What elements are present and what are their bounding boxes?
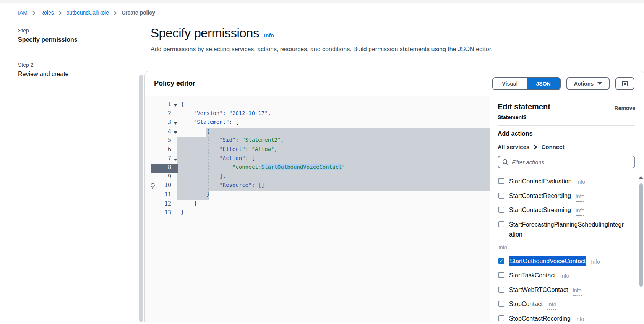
- line-number: 5: [145, 137, 171, 144]
- action-info-link[interactable]: Info: [576, 206, 584, 216]
- action-info-link[interactable]: Info: [498, 245, 507, 251]
- service-path-all-services[interactable]: All services: [498, 144, 529, 150]
- line-number: 9: [145, 173, 171, 180]
- action-label[interactable]: StartTaskContact: [509, 271, 556, 280]
- chevron-right-icon: [58, 11, 62, 15]
- service-path-current: Connect: [541, 144, 564, 150]
- toggle-side-panel-button[interactable]: [615, 77, 634, 90]
- action-row-startoutboundvoicecontact: StartOutboundVoiceContactInfo: [490, 256, 638, 271]
- action-info-link[interactable]: Info: [591, 257, 600, 267]
- code-line-1: {: [181, 101, 490, 110]
- policy-editor-title: Policy editor: [154, 79, 195, 87]
- fold-arrow-icon[interactable]: [174, 104, 177, 107]
- action-label[interactable]: StopContact: [509, 299, 543, 309]
- gutter-line-12: 12: [145, 200, 178, 209]
- step-label[interactable]: Specify permissions: [18, 36, 140, 43]
- step-label[interactable]: Review and create: [18, 71, 140, 78]
- json-editor[interactable]: 12345678910 111213 { "Version": "2012-10…: [145, 96, 490, 322]
- action-info-link[interactable]: Info: [547, 300, 556, 310]
- tab-visual[interactable]: Visual: [493, 78, 527, 89]
- policy-editor-card: Policy editor VisualJSON Actions 1234567…: [144, 71, 644, 322]
- checkbox-startoutboundvoicecontact[interactable]: [498, 258, 504, 264]
- tab-json[interactable]: JSON: [527, 78, 560, 89]
- actions-dropdown-label: Actions: [574, 81, 594, 87]
- action-row-starttaskcontact: StartTaskContactInfo: [490, 271, 638, 285]
- gutter-line-7: 7: [145, 155, 178, 164]
- filter-actions-input[interactable]: [512, 159, 631, 165]
- steps-nav: Step 1 Specify permissionsStep 2 Review …: [18, 27, 140, 78]
- code-line-8: "connect:StartOutboundVoiceContact": [181, 164, 490, 173]
- line-number: 3: [145, 119, 171, 126]
- gutter-line-3: 3: [145, 119, 178, 128]
- action-info-link[interactable]: Info: [575, 314, 584, 322]
- filter-actions-field: [498, 156, 635, 168]
- action-label[interactable]: StopContactRecording: [509, 314, 571, 322]
- code-line-9: ],: [181, 173, 490, 182]
- gutter-line-8: 8: [145, 164, 178, 173]
- scroll-up-arrow-icon[interactable]: [639, 176, 643, 179]
- breadcrumb-item-iam[interactable]: IAM: [18, 10, 28, 16]
- checkbox-starttaskcontact[interactable]: [498, 272, 504, 278]
- search-icon: [502, 159, 509, 165]
- action-row-startcontactevaluation: StartContactEvaluationInfo: [490, 177, 638, 191]
- fold-arrow-icon[interactable]: [174, 122, 177, 125]
- actions-list-scrollbar[interactable]: [638, 176, 644, 320]
- selected-token: StartOutboundVoiceContact: [261, 164, 342, 170]
- divider: [498, 125, 635, 126]
- line-number: 10: [145, 182, 171, 189]
- actions-list: StartContactEvaluationInfoStartContactRe…: [490, 174, 638, 322]
- editor-code: { "Version": "2012-10-17", "Statement": …: [181, 101, 490, 218]
- scrollbar-thumb[interactable]: [639, 183, 643, 287]
- chevron-right-icon: [533, 144, 537, 150]
- panel-toggle-icon: [622, 81, 628, 86]
- step-item-review-and-create: Step 2 Review and create: [18, 62, 140, 78]
- code-line-13: }: [181, 209, 490, 218]
- page-description: Add permissions by selecting services, a…: [151, 46, 629, 53]
- action-label[interactable]: StartForecastingPlanningSchedulingIntegr…: [509, 220, 627, 240]
- action-label[interactable]: StartContactStreaming: [509, 205, 571, 215]
- line-number: 1: [145, 101, 171, 108]
- breadcrumb-item-create-policy: Create policy: [122, 10, 155, 16]
- checkbox-startcontactevaluation[interactable]: [498, 178, 504, 184]
- line-number: 6: [145, 146, 171, 153]
- step-item-specify-permissions: Step 1 Specify permissions: [18, 28, 140, 43]
- page-title-info-link[interactable]: Info: [264, 32, 274, 39]
- checkbox-startwebrtccontact[interactable]: [498, 287, 504, 293]
- action-label[interactable]: StartContactEvaluation: [509, 177, 572, 186]
- action-label[interactable]: StartContactRecording: [509, 191, 571, 201]
- gutter-line-2: 2: [145, 110, 178, 119]
- fold-arrow-icon[interactable]: [174, 131, 177, 134]
- gutter-line-10: 10: [145, 182, 178, 191]
- actions-dropdown-button[interactable]: Actions: [566, 77, 610, 90]
- fold-arrow-icon[interactable]: [174, 159, 177, 161]
- code-line-7: "Action": [: [181, 155, 490, 164]
- breadcrumb-item-roles[interactable]: Roles: [40, 10, 54, 16]
- add-actions-heading: Add actions: [498, 130, 533, 137]
- gutter-line-13: 13: [145, 209, 178, 218]
- action-info-link[interactable]: Info: [576, 177, 585, 187]
- action-info-link[interactable]: Info: [560, 271, 569, 281]
- line-number: 12: [145, 200, 171, 207]
- action-info-block-startforecastingplanningschedulingintegration: Info: [490, 240, 638, 256]
- action-row-stopcontact: StopContactInfo: [490, 299, 638, 314]
- checkbox-startforecastingplanningschedulingintegration[interactable]: [498, 221, 504, 227]
- action-info-link[interactable]: Info: [573, 285, 581, 296]
- gutter-line-6: 6: [145, 146, 178, 155]
- action-label[interactable]: StartOutboundVoiceContact: [509, 256, 586, 266]
- code-line-12: ]: [181, 200, 490, 209]
- action-label[interactable]: StartWebRTCContact: [509, 285, 568, 295]
- content-scrollbar-thumb[interactable]: [139, 75, 143, 322]
- remove-statement-button[interactable]: Remove: [615, 105, 635, 111]
- action-info-link[interactable]: Info: [576, 191, 584, 202]
- checkbox-stopcontactrecording[interactable]: [498, 315, 504, 321]
- edit-statement-title: Edit statement: [498, 102, 550, 111]
- service-path: All services Connect: [498, 144, 564, 150]
- checkbox-startcontactstreaming[interactable]: [498, 207, 504, 213]
- breadcrumb-item-outboundcallrole[interactable]: outboundCallRole: [67, 10, 109, 16]
- line-number: 2: [145, 110, 171, 117]
- code-line-6: "Effect": "Allow",: [181, 146, 490, 155]
- divider: [18, 53, 140, 53]
- checkbox-startcontactrecording[interactable]: [498, 193, 504, 199]
- line-number: 4: [145, 128, 171, 135]
- checkbox-stopcontact[interactable]: [498, 301, 504, 307]
